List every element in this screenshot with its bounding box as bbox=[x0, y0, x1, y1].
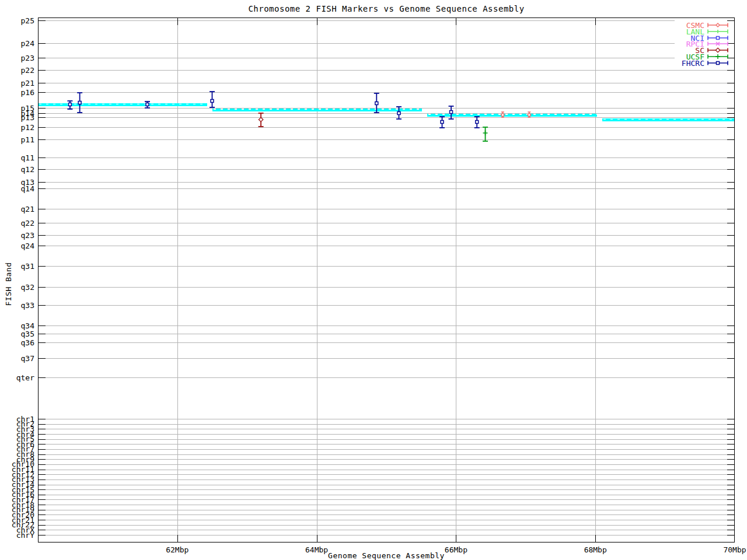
marker-FHCRC bbox=[146, 103, 149, 106]
tick-label-q36: q36 bbox=[21, 338, 34, 347]
tick-label-p25: p25 bbox=[21, 16, 34, 25]
tick-label-q14: q14 bbox=[21, 184, 35, 193]
chart-page: Chromosome 2 FISH Markers vs Genome Sequ… bbox=[0, 0, 747, 560]
marker-FHCRC bbox=[397, 112, 400, 115]
tick-label-qter: qter bbox=[16, 373, 34, 382]
legend-marker-NCI bbox=[717, 37, 720, 40]
tick-label-q31: q31 bbox=[21, 262, 34, 271]
tick-label-p12: p12 bbox=[21, 123, 34, 132]
tick-label-q24: q24 bbox=[21, 242, 35, 250]
tick-label-q32: q32 bbox=[21, 283, 34, 292]
marker-FHCRC bbox=[476, 121, 479, 124]
marker-FHCRC bbox=[211, 100, 214, 103]
tick-label-q23: q23 bbox=[21, 231, 34, 240]
chart-title: Chromosome 2 FISH Markers vs Genome Sequ… bbox=[38, 4, 735, 13]
marker-FHCRC bbox=[441, 121, 444, 124]
tick-label-p23: p23 bbox=[21, 54, 34, 62]
tick-label-p21: p21 bbox=[21, 79, 34, 88]
legend-label-FHCRC: FHCRC bbox=[682, 59, 704, 68]
tick-label-p13: p13 bbox=[21, 113, 34, 122]
marker-FHCRC bbox=[68, 103, 71, 106]
marker-SC bbox=[259, 117, 263, 121]
tick-label-p22: p22 bbox=[21, 66, 34, 75]
marker-FHCRC bbox=[375, 102, 378, 105]
tick-label-q12: q12 bbox=[21, 165, 34, 174]
tick-label-q22: q22 bbox=[21, 219, 34, 228]
tick-label-q35: q35 bbox=[21, 330, 34, 338]
tick-label-p16: p16 bbox=[21, 88, 34, 97]
marker-FHCRC bbox=[450, 111, 453, 114]
marker-FHCRC bbox=[78, 102, 81, 104]
assembly-band bbox=[38, 103, 207, 106]
plot-border bbox=[39, 18, 735, 542]
tick-label-q21: q21 bbox=[21, 205, 34, 214]
tick-label-p11: p11 bbox=[21, 135, 34, 144]
legend-marker-FHCRC bbox=[717, 62, 720, 65]
tick-label-p24: p24 bbox=[21, 39, 35, 48]
tick-label-chrY: chrY bbox=[16, 531, 34, 540]
x-axis-title: Genome Sequence Assembly bbox=[38, 551, 735, 560]
tick-label-q33: q33 bbox=[21, 301, 34, 310]
plot-area: p25p24p23p22p21p16p15p14p13p12p11q11q12q… bbox=[0, 0, 747, 560]
tick-label-q34: q34 bbox=[21, 321, 35, 330]
tick-label-q37: q37 bbox=[21, 354, 34, 363]
y-axis-title: FISH Band bbox=[4, 262, 13, 306]
tick-label-q11: q11 bbox=[21, 153, 34, 162]
